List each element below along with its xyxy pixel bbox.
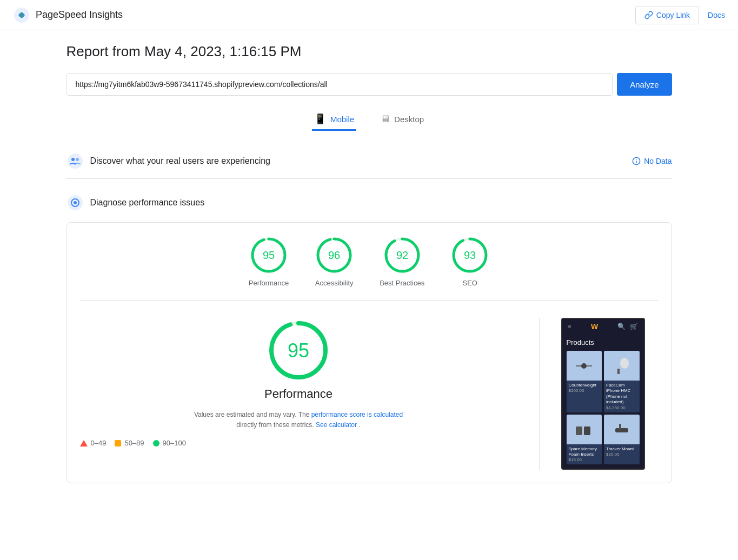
score-legend: 0–49 50–89 90–100 [80,439,517,447]
svg-text:96: 96 [328,249,340,261]
svg-point-27 [581,363,587,369]
perf-score-link[interactable]: performance score is calculated [311,411,403,418]
diagnose-section: Diagnose performance issues [67,188,672,218]
product-4-thumb [611,418,633,440]
phone-product-4: Tracker Mount $20.00 [604,415,640,465]
header-right: Copy Link Docs [635,6,725,24]
fail-range: 0–49 [91,439,107,447]
tab-mobile[interactable]: 📱 Mobile [312,109,356,131]
svg-text:95: 95 [288,339,309,362]
phone-section-title: Products [567,338,640,346]
legend-good: 90–100 [153,439,186,447]
score-best-practices[interactable]: 92 Best Practices [380,236,424,287]
svg-text:93: 93 [464,249,476,261]
copy-link-button[interactable]: Copy Link [635,6,699,24]
score-seo[interactable]: 93 SEO [450,236,489,287]
product-2-info: FaceCam iPhone HMC (Phone not included) … [604,381,640,412]
copy-link-label: Copy Link [656,11,690,19]
app-title: PageSpeed Insights [36,9,123,21]
url-bar: Analyze [67,73,672,96]
product-3-info: Spare Memory Foam Inserts $15.00 [567,444,602,465]
phone-product-2: FaceCam iPhone HMC (Phone not included) … [604,351,640,412]
search-icon: 🔍 [617,323,626,330]
product-3-name: Spare Memory Foam Inserts [569,446,600,458]
best-practices-label: Best Practices [380,279,424,287]
brand-logo: W [591,322,598,331]
mobile-icon: 📱 [314,113,326,125]
performance-circle: 95 [249,236,288,275]
no-data-label: No Data [644,157,671,165]
tab-mobile-label: Mobile [330,115,354,124]
svg-point-29 [620,358,629,369]
see-calculator-link[interactable]: See calculator [316,421,357,429]
product-3-img [567,415,602,444]
svg-point-2 [71,158,75,161]
average-range: 50–89 [124,439,144,447]
product-3-price: $15.00 [569,457,600,462]
cart-icon: 🛒 [630,323,638,330]
product-1-name: Counterweight [569,383,600,388]
tab-desktop[interactable]: 🖥 Desktop [378,109,426,131]
svg-text:92: 92 [396,249,408,261]
svg-point-3 [76,158,79,161]
analyze-button[interactable]: Analyze [617,73,671,96]
product-2-price: $1,250.00 [606,405,637,410]
desc-text2: directly from these metrics. [236,421,314,429]
good-icon [153,440,159,446]
header: PageSpeed Insights Copy Link Docs [0,0,738,30]
svg-point-1 [68,154,83,169]
desktop-icon: 🖥 [380,114,390,125]
big-score-wrap: 95 Performance [80,318,517,401]
phone-screenshot: ≡ W 🔍 🛒 Products [561,318,645,470]
scores-row: 95 Performance 96 Accessibility 92 [80,236,659,301]
svg-rect-36 [619,424,621,429]
accessibility-circle: 96 [315,236,354,275]
svg-rect-35 [615,428,628,432]
svg-rect-32 [576,426,582,435]
average-icon [115,440,121,446]
link-icon [644,11,653,19]
best-practices-circle: 92 [383,236,422,275]
performance-details: 95 Performance Values are estimated and … [80,318,517,470]
product-4-img [604,415,640,444]
svg-text:95: 95 [263,249,275,261]
real-users-section: Discover what your real users are experi… [67,144,672,179]
url-input[interactable] [67,73,613,96]
phone-top-bar: ≡ W 🔍 🛒 [562,319,644,334]
info-icon [632,157,641,165]
big-performance-circle: 95 [266,318,331,383]
users-icon [67,152,84,170]
product-2-img [604,351,640,381]
no-data-button[interactable]: No Data [632,157,671,165]
hamburger-icon: ≡ [568,323,571,330]
score-performance[interactable]: 95 Performance [249,236,289,287]
real-users-left: Discover what your real users are experi… [67,152,270,170]
performance-label: Performance [249,279,289,287]
seo-circle: 93 [450,236,489,275]
svg-rect-30 [617,369,620,374]
product-2-name: FaceCam iPhone HMC (Phone not included) [606,383,637,405]
docs-link[interactable]: Docs [708,11,725,19]
svg-rect-33 [584,426,590,435]
report-title: Report from May 4, 2023, 1:16:15 PM [67,43,672,60]
product-4-name: Tracker Mount [606,446,637,452]
product-2-thumb [611,355,633,377]
product-4-price: $20.00 [606,452,637,457]
vertical-divider [539,318,540,470]
accessibility-label: Accessibility [315,279,354,287]
device-tabs: 📱 Mobile 🖥 Desktop [67,109,672,131]
diagnose-icon [67,194,84,211]
legend-fail: 0–49 [80,439,107,447]
svg-point-9 [74,201,77,204]
big-score-title: Performance [264,387,333,401]
desc-text3: . [358,421,360,429]
real-users-title: Discover what your real users are experi… [90,156,270,166]
header-left: PageSpeed Insights [13,6,123,24]
seo-label: SEO [463,279,477,287]
main-content: Report from May 4, 2023, 1:16:15 PM Anal… [45,30,694,509]
phone-content: Products [562,334,644,469]
score-card-container: 95 Performance 96 Accessibility 92 [67,222,672,483]
good-range: 90–100 [163,439,186,447]
score-accessibility[interactable]: 96 Accessibility [315,236,354,287]
product-4-info: Tracker Mount $20.00 [604,444,640,459]
